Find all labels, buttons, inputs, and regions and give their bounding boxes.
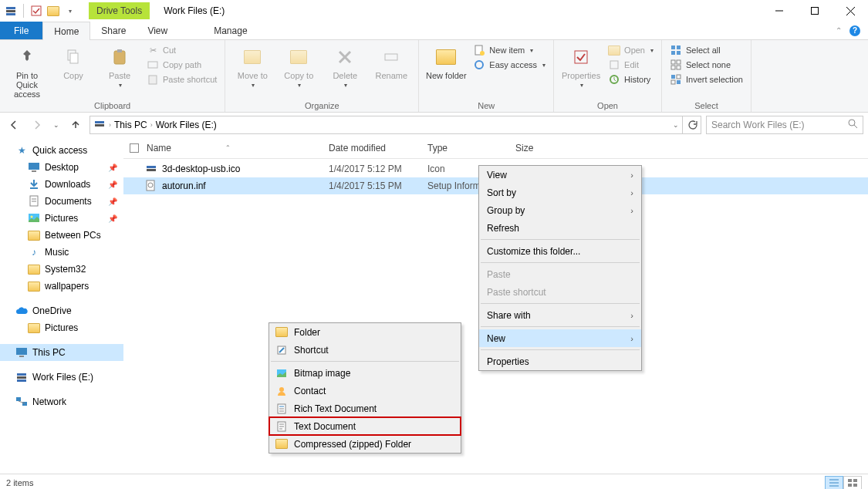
nav-work-files[interactable]: Work Files (E:) <box>0 369 123 386</box>
move-to-button[interactable]: Move to▾ <box>230 43 275 90</box>
col-date[interactable]: Date modified <box>323 137 421 158</box>
col-size[interactable]: Size <box>509 137 586 158</box>
select-all-checkbox[interactable] <box>130 143 139 153</box>
ctx-sort-by[interactable]: Sort by› <box>479 184 641 201</box>
cut-button[interactable]: ✂Cut <box>144 43 220 57</box>
up-button[interactable] <box>66 116 85 134</box>
chevron-right-icon: › <box>630 311 633 320</box>
col-name[interactable]: Name⌃ <box>123 137 323 158</box>
tab-view[interactable]: View <box>137 22 178 39</box>
copy-path-button[interactable]: Copy path <box>144 58 220 72</box>
select-none-button[interactable]: Select none <box>667 58 746 72</box>
crumb-this-pc[interactable]: This PC <box>114 120 147 130</box>
history-button[interactable]: History <box>605 73 657 86</box>
tab-share[interactable]: Share <box>90 22 137 39</box>
nav-quick-access[interactable]: ★Quick access <box>0 142 123 159</box>
new-item-button[interactable]: New item▾ <box>470 43 549 57</box>
nav-system32[interactable]: System32 <box>0 261 123 278</box>
paste-button[interactable]: Paste▾ <box>97 43 142 90</box>
nav-desktop[interactable]: Desktop📌 <box>0 159 123 176</box>
nav-music[interactable]: ♪Music <box>0 244 123 261</box>
search-input[interactable]: Search Work Files (E:) <box>706 116 863 134</box>
pin-icon: 📌 <box>108 164 117 172</box>
edit-button[interactable]: Edit <box>605 58 657 72</box>
ctx-new-zip[interactable]: Compressed (zipped) Folder <box>269 435 461 453</box>
ctx-new-folder[interactable]: Folder <box>269 323 461 341</box>
ctx-customize[interactable]: Customize this folder... <box>479 242 641 260</box>
nav-pictures[interactable]: Pictures📌 <box>0 210 123 227</box>
forward-button[interactable] <box>28 116 46 134</box>
recent-locations-button[interactable]: ⌄ <box>51 116 62 134</box>
ctx-new-rtf[interactable]: Rich Text Document <box>269 400 461 417</box>
col-type[interactable]: Type <box>421 137 509 158</box>
new-folder-button[interactable]: New folder <box>424 43 468 82</box>
bitmap-icon <box>275 367 288 379</box>
nav-documents[interactable]: Documents📌 <box>0 193 123 210</box>
nav-onedrive[interactable]: OneDrive <box>0 302 123 319</box>
ctx-refresh[interactable]: Refresh <box>479 219 641 237</box>
svg-rect-2 <box>6 13 15 15</box>
close-button[interactable] <box>833 0 868 22</box>
nav-wallpapers[interactable]: wallpapers <box>0 278 123 295</box>
open-button[interactable]: Open▾ <box>605 43 657 57</box>
folder-icon <box>28 280 40 292</box>
ctx-view[interactable]: View› <box>479 166 641 184</box>
nav-between-pcs[interactable]: Between PCs <box>0 227 123 244</box>
minimize-button[interactable] <box>762 0 797 22</box>
back-button[interactable] <box>5 116 23 134</box>
breadcrumb[interactable]: › This PC › Work Files (E:) ⌄ <box>90 116 683 134</box>
ctx-new[interactable]: New› <box>479 329 641 347</box>
svg-rect-3 <box>32 6 41 15</box>
history-icon <box>608 73 620 86</box>
svg-point-37 <box>849 120 855 126</box>
ctx-paste[interactable]: Paste <box>479 265 641 283</box>
ctx-new-text[interactable]: Text Document <box>269 417 461 435</box>
tab-home[interactable]: Home <box>42 22 90 40</box>
music-icon: ♪ <box>28 246 40 258</box>
select-all-button[interactable]: Select all <box>667 43 746 57</box>
details-view-button[interactable] <box>825 476 843 490</box>
paste-shortcut-button[interactable]: Paste shortcut <box>144 73 220 86</box>
nav-network[interactable]: Network <box>0 393 123 410</box>
tab-file[interactable]: File <box>0 22 42 39</box>
tab-manage[interactable]: Manage <box>203 22 258 39</box>
copy-to-button[interactable]: Copy to▾ <box>276 43 321 90</box>
icons-view-button[interactable] <box>843 476 862 490</box>
chevron-down-icon[interactable]: ⌄ <box>673 121 679 129</box>
svg-rect-73 <box>848 479 852 482</box>
navigation-pane: ★Quick access Desktop📌 Downloads📌 Docume… <box>0 137 123 474</box>
search-icon <box>848 119 858 131</box>
copy-button[interactable]: Copy <box>51 43 96 82</box>
ctx-new-shortcut[interactable]: Shortcut <box>269 341 461 359</box>
contact-icon <box>275 385 288 397</box>
delete-button[interactable]: Delete▾ <box>323 43 367 90</box>
qa-dropdown-icon[interactable]: ▾ <box>64 5 76 17</box>
crumb-location[interactable]: Work Files (E:) <box>156 120 217 130</box>
easy-access-button[interactable]: Easy access▾ <box>470 58 549 72</box>
ctx-share-with[interactable]: Share with› <box>479 306 641 324</box>
pictures-icon <box>28 212 40 224</box>
qa-properties-icon[interactable] <box>30 5 42 17</box>
chevron-right-icon[interactable]: › <box>109 121 111 129</box>
minimize-ribbon-icon[interactable]: ⌃ <box>836 26 842 35</box>
ctx-properties[interactable]: Properties <box>479 352 641 370</box>
ctx-group-by[interactable]: Group by› <box>479 201 641 219</box>
nav-this-pc[interactable]: This PC <box>0 344 123 361</box>
pin-to-quick-access-button[interactable]: Pin to Quick access <box>5 43 49 100</box>
maximize-button[interactable] <box>797 0 833 22</box>
chevron-right-icon[interactable]: › <box>150 121 153 129</box>
ctx-new-contact[interactable]: Contact <box>269 382 461 400</box>
nav-onedrive-pictures[interactable]: Pictures <box>0 319 123 336</box>
rtf-icon <box>275 403 288 415</box>
svg-rect-74 <box>853 479 857 482</box>
ctx-paste-shortcut[interactable]: Paste shortcut <box>479 283 641 301</box>
folder-icon <box>28 263 40 275</box>
qa-newfolder-icon[interactable] <box>47 5 59 17</box>
rename-button[interactable]: Rename <box>369 43 414 82</box>
nav-downloads[interactable]: Downloads📌 <box>0 176 123 193</box>
help-icon[interactable]: ? <box>849 25 860 36</box>
ctx-new-bitmap[interactable]: Bitmap image <box>269 364 461 382</box>
refresh-button[interactable] <box>683 116 701 134</box>
invert-selection-button[interactable]: Invert selection <box>667 73 746 86</box>
properties-button[interactable]: Properties▾ <box>559 43 603 90</box>
